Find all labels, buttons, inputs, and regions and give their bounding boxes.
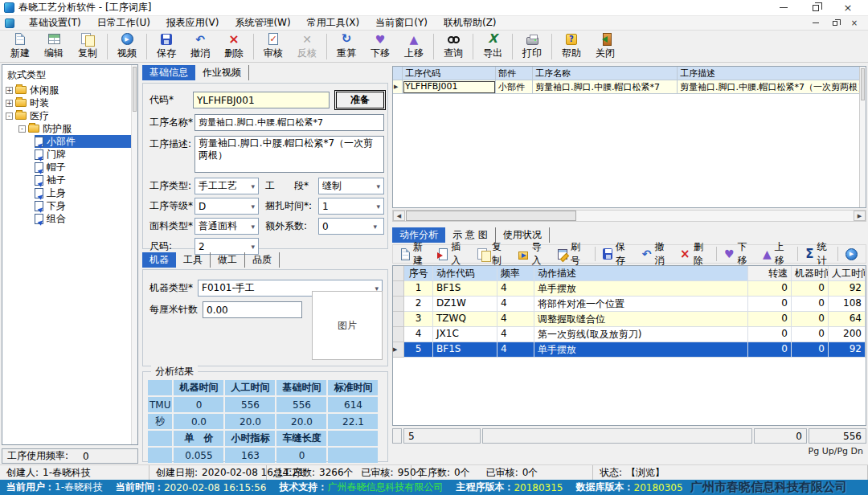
scroll-thumb[interactable]: [406, 211, 576, 221]
tab-machine[interactable]: 机器: [142, 252, 176, 268]
action-stats-button[interactable]: Σ统计: [800, 245, 837, 263]
tree-node-casual[interactable]: +休闲服: [2, 84, 137, 96]
help-button[interactable]: ?帮助: [555, 31, 588, 61]
print-button[interactable]: 打印: [515, 31, 549, 61]
tree-node-lower-body[interactable]: 下身: [2, 199, 137, 212]
scroll-right-icon[interactable]: ▶: [854, 211, 866, 221]
export-button[interactable]: X导出: [476, 31, 510, 61]
current-user-value: 1-春晓科技: [55, 481, 103, 494]
action-copy-button[interactable]: 复制: [473, 245, 514, 263]
action-move-up-button[interactable]: ▲上移: [758, 245, 795, 263]
bundle-time-select[interactable]: 1▾: [318, 198, 384, 215]
undo-button[interactable]: ↶撤消: [183, 31, 217, 61]
fabric-type-select[interactable]: 普通面料▾: [194, 218, 259, 235]
section-select[interactable]: 缝制▾: [318, 178, 384, 194]
tree-node-fashion[interactable]: +时装: [2, 96, 137, 109]
leaf-doc-icon: [35, 201, 43, 211]
process-name-input[interactable]: 剪量袖口.脚口.中腰.帽口松紧*7: [194, 114, 384, 131]
collapse-icon[interactable]: -: [6, 112, 13, 120]
app-icon: [4, 2, 14, 13]
process-table-hscrollbar[interactable]: ◀ ▶: [392, 210, 866, 222]
action-insert-button[interactable]: 插入: [434, 245, 472, 263]
tree-node-hat[interactable]: 帽子: [2, 161, 137, 174]
tree-scrollbar[interactable]: [131, 65, 137, 444]
process-table-vscrollbar[interactable]: [859, 67, 866, 207]
expand-icon[interactable]: +: [6, 87, 13, 94]
action-save-button[interactable]: 保存: [598, 245, 637, 263]
expand-icon[interactable]: +: [6, 100, 13, 107]
support-label: 技术支持：: [279, 481, 327, 494]
copy-button[interactable]: 复制: [71, 31, 104, 61]
title-bar: 春晓工艺分析软件 - [工序词库] ×: [0, 0, 868, 16]
mdi-close-icon[interactable]: ×: [849, 18, 860, 27]
tab-work-video[interactable]: 作业视频: [195, 65, 249, 80]
action-row[interactable]: 3 TZWQ 4 调整握取缝合位 0 0 64: [393, 312, 866, 327]
tree-node-door-plate[interactable]: 门牌: [2, 148, 137, 161]
close-icon[interactable]: ×: [832, 0, 864, 15]
save-floppy-icon: [161, 34, 172, 45]
undo-icon: ↶: [195, 34, 205, 45]
action-play-button[interactable]: ▶: [841, 245, 862, 263]
db-version-value: 20180305: [634, 482, 683, 493]
tree-node-upper-body[interactable]: 上身: [2, 186, 137, 199]
ready-button[interactable]: 准备: [336, 92, 384, 108]
tree-node-combo[interactable]: 组合: [2, 212, 137, 225]
action-move-down-button[interactable]: ♥下移: [719, 245, 758, 263]
audit-button[interactable]: ✓审核: [256, 31, 290, 61]
save-button[interactable]: 保存: [149, 31, 183, 61]
menu-help[interactable]: 联机帮助(Z): [436, 16, 505, 30]
tree-node-small-parts[interactable]: 小部件: [2, 135, 137, 148]
edit-button[interactable]: 编辑: [37, 31, 71, 61]
mdi-minimize-icon[interactable]: [810, 18, 821, 27]
code-input[interactable]: YLFHFBJ001: [193, 92, 330, 108]
action-row[interactable]: 1 BF1S 4 单手摆放 0 0 92: [393, 281, 866, 297]
search-button[interactable]: 查询: [436, 31, 470, 61]
support-value: 广州春晓信息科技有限公司: [327, 481, 443, 494]
status-bar-top: 创建人:1-春晓科技 创建日期:2020-02-08 16:14:21 总工序数…: [0, 464, 868, 480]
mdi-restore-icon[interactable]: [829, 18, 841, 27]
action-row-selected[interactable]: ▶ 5 BF1S 4 单手摆放 0 0 92: [393, 342, 866, 358]
collapse-icon[interactable]: -: [18, 125, 26, 133]
new-button[interactable]: 新建: [3, 31, 37, 61]
move-up-button[interactable]: ▲上移: [397, 31, 431, 61]
process-desc-input[interactable]: 剪量袖口.脚口.中腰.帽口松紧*7（一次剪两根）: [194, 136, 384, 173]
action-renumber-button[interactable]: 刷号: [553, 245, 592, 263]
recalc-button[interactable]: ↻重算: [330, 31, 363, 61]
action-row[interactable]: 2 DZ1W 4 将部件对准一个位置 0 0 108: [393, 297, 866, 312]
menu-system[interactable]: 系统管理(W): [227, 16, 298, 30]
window-controls: ×: [768, 0, 864, 15]
chevron-down-icon: ▾: [251, 223, 255, 231]
tree-node-medical[interactable]: -医疗: [2, 109, 137, 122]
action-import-button[interactable]: 导入: [514, 245, 553, 263]
menu-basic-settings[interactable]: 基础设置(T): [21, 16, 89, 30]
scroll-left-icon[interactable]: ◀: [393, 211, 405, 221]
tree-node-sleeve[interactable]: 袖子: [2, 174, 137, 186]
action-undo-button[interactable]: ↶撤消: [637, 245, 675, 263]
stitch-count-input[interactable]: 0.00: [203, 301, 302, 318]
tab-basic-info[interactable]: 基础信息: [142, 65, 195, 80]
delete-button[interactable]: ×删除: [217, 31, 251, 61]
create-date-label: 创建日期:: [156, 466, 198, 480]
extra-factor-select[interactable]: 0▾: [318, 218, 384, 235]
tab-workmanship[interactable]: 做工: [211, 252, 245, 268]
tab-tool[interactable]: 工具: [176, 252, 211, 268]
process-type-select[interactable]: 手工工艺▾: [194, 178, 259, 194]
close-app-button[interactable]: 关闭: [588, 31, 622, 61]
tree-node-protective[interactable]: -防护服: [2, 122, 137, 135]
grade-select[interactable]: D▾: [194, 198, 259, 215]
usage-frequency-box: 工序使用频率: 0: [2, 448, 138, 464]
menu-daily-work[interactable]: 日常工作(U): [89, 16, 158, 30]
restore-icon[interactable]: [800, 0, 832, 15]
minimize-icon[interactable]: [768, 0, 800, 15]
menu-tools[interactable]: 常用工具(X): [299, 16, 368, 30]
action-delete-button[interactable]: ×删除: [675, 245, 714, 263]
action-new-button[interactable]: 新建: [396, 245, 434, 263]
action-row[interactable]: 4 JX1C 4 第一次剪线(取及放剪刀) 0 0 200: [393, 327, 866, 342]
menu-reports[interactable]: 报表应用(V): [158, 16, 227, 30]
tab-quality[interactable]: 品质: [245, 252, 280, 268]
menu-current-window[interactable]: 当前窗口(Y): [367, 16, 436, 30]
move-down-button[interactable]: ♥下移: [363, 31, 397, 61]
video-button[interactable]: ▶视频: [110, 31, 144, 61]
mdi-child-icon[interactable]: [5, 18, 14, 28]
process-table-row[interactable]: ▶ YLFHFBJ001 小部件 剪量袖口.脚口.中腰.帽口松紧*7 剪量袖口.…: [393, 80, 866, 94]
